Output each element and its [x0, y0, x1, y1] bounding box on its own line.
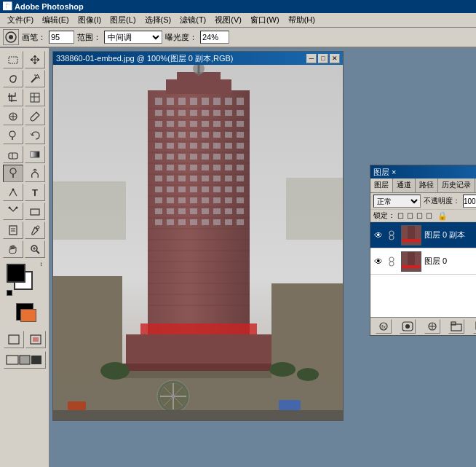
quick-mask-btn[interactable] [25, 331, 46, 348]
svg-rect-82 [213, 121, 221, 127]
zoom-tool[interactable] [25, 240, 45, 258]
history-brush-tool[interactable] [25, 127, 45, 144]
main-area: T [0, 48, 476, 467]
marquee-tool[interactable] [3, 51, 23, 68]
doc-minimize-btn[interactable]: ─ [306, 54, 317, 63]
menu-filter[interactable]: 滤镜(T) [175, 13, 210, 27]
layers-panel-titlebar: 图层 × ─ ✕ [370, 165, 476, 178]
text-tool[interactable]: T [25, 184, 45, 201]
range-select[interactable]: 中间调 高光 阴影 [104, 31, 162, 44]
new-group-btn[interactable] [448, 319, 464, 334]
lasso-tool[interactable] [3, 70, 23, 87]
layer-item-0[interactable]: 👁 图层 0 [370, 248, 476, 275]
layer-item-copy[interactable]: 👁 图层 0 副本 [370, 222, 476, 248]
notes-tool[interactable] [3, 221, 23, 239]
svg-rect-80 [190, 121, 197, 127]
hand-tool[interactable] [3, 240, 23, 258]
svg-rect-138 [213, 197, 221, 203]
brush-size-input[interactable] [49, 31, 74, 44]
layer-eye-0[interactable]: 👁 [372, 255, 385, 268]
screen-mode-btn[interactable] [4, 351, 46, 369]
svg-rect-79 [178, 121, 186, 127]
menu-bar: 文件(F) 编辑(E) 图像(I) 图层(L) 选择(S) 滤镜(T) 视图(V… [0, 13, 476, 28]
path-selection-tool[interactable] [3, 203, 23, 220]
tool-row-11 [3, 240, 46, 258]
menu-edit[interactable]: 编辑(E) [38, 13, 74, 27]
lock-image-pixels[interactable]: ☐ [407, 212, 413, 220]
layer-eye-copy[interactable]: 👁 [372, 229, 385, 242]
shape-tool[interactable] [25, 203, 45, 220]
eraser-tool[interactable] [3, 146, 23, 163]
heal-tool[interactable] [3, 108, 23, 125]
svg-rect-142 [167, 208, 174, 214]
lock-transparent-pixels[interactable]: ☐ [397, 212, 404, 220]
new-fill-adjustment-btn[interactable] [424, 319, 440, 334]
tab-layers[interactable]: 图层 [370, 178, 393, 192]
menu-select[interactable]: 选择(S) [140, 13, 176, 27]
svg-rect-18 [31, 209, 39, 215]
range-label: 范围： [77, 32, 101, 43]
eyedropper-tool[interactable] [25, 221, 45, 239]
svg-point-8 [9, 131, 15, 137]
svg-rect-32 [20, 356, 30, 364]
svg-rect-135 [178, 197, 186, 203]
svg-rect-85 [155, 132, 162, 138]
svg-rect-76 [237, 110, 244, 116]
svg-rect-100 [237, 143, 244, 149]
svg-rect-19 [9, 226, 17, 235]
pen-tool[interactable] [3, 184, 23, 201]
lock-all[interactable]: ☐ [426, 212, 432, 220]
layer-mask-btn[interactable] [400, 319, 416, 334]
stamp-tool[interactable] [3, 127, 23, 144]
svg-rect-61 [155, 98, 162, 105]
svg-rect-139 [225, 197, 232, 203]
new-layer-btn[interactable] [473, 319, 476, 334]
layer-style-btn[interactable]: fx [376, 319, 392, 334]
svg-rect-116 [237, 165, 244, 170]
menu-file[interactable]: 文件(F) [3, 13, 38, 27]
standard-mode-btn[interactable] [4, 331, 24, 348]
background-swatch[interactable] [20, 309, 36, 322]
magic-wand-tool[interactable] [25, 70, 45, 87]
svg-rect-93 [155, 143, 162, 149]
menu-view[interactable]: 视图(V) [210, 13, 246, 27]
svg-rect-141 [155, 208, 162, 214]
doc-close-btn[interactable]: ✕ [330, 54, 340, 63]
svg-rect-71 [178, 110, 186, 116]
svg-point-190 [405, 324, 410, 329]
layers-panel: 图层 × ─ ✕ 图层 通道 路径 历史记录 动作 ▶ 正常 溶解 变暗 [370, 165, 476, 336]
slice-tool[interactable] [25, 89, 45, 106]
svg-rect-62 [167, 98, 174, 105]
menu-help[interactable]: 帮助(H) [284, 13, 320, 27]
svg-point-176 [389, 231, 394, 235]
move-tool[interactable] [25, 51, 45, 68]
brush-tool[interactable] [25, 108, 45, 125]
brush-preset-picker[interactable] [3, 29, 19, 45]
menu-image[interactable]: 图像(I) [74, 13, 106, 27]
exposure-input[interactable] [200, 31, 229, 44]
tab-channels[interactable]: 通道 [393, 178, 416, 192]
tab-paths[interactable]: 路径 [416, 178, 438, 192]
svg-rect-27 [9, 335, 19, 344]
menu-window[interactable]: 窗口(W) [246, 13, 284, 27]
tab-history[interactable]: 历史记录 [438, 178, 475, 192]
default-colors-icon[interactable] [7, 290, 12, 296]
doc-maximize-btn[interactable]: □ [318, 54, 328, 63]
svg-rect-63 [178, 98, 186, 105]
svg-rect-87 [178, 132, 186, 138]
svg-rect-120 [190, 176, 197, 181]
brush-size-label: 画笔： [22, 32, 46, 43]
burn-tool[interactable] [25, 165, 45, 182]
app-title: Adobe Photoshop [15, 2, 84, 11]
dodge-tool[interactable] [3, 165, 23, 182]
blend-mode-select[interactable]: 正常 溶解 变暗 [373, 195, 421, 208]
svg-rect-69 [155, 110, 162, 116]
opacity-input[interactable] [463, 195, 476, 208]
lock-position[interactable]: ☐ [416, 212, 423, 220]
gradient-tool[interactable] [25, 146, 45, 163]
swap-colors-icon[interactable]: ↕ [40, 261, 43, 267]
foreground-color-swatch[interactable] [7, 264, 25, 283]
document-canvas[interactable] [53, 65, 343, 420]
menu-layer[interactable]: 图层(L) [106, 13, 140, 27]
crop-tool[interactable] [3, 89, 23, 106]
